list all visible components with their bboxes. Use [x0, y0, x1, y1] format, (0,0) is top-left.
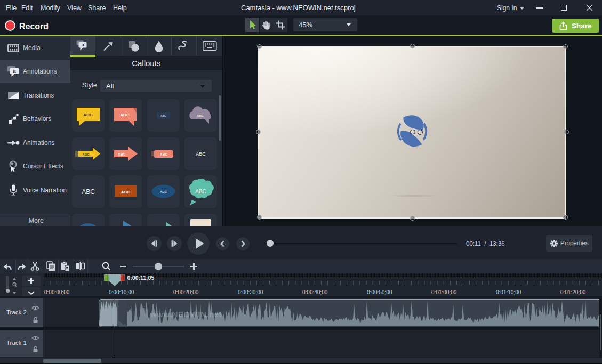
- svg-text:ABC: ABC: [82, 188, 95, 196]
- svg-text:ABC: ABC: [160, 114, 166, 117]
- svg-text:ABC: ABC: [195, 189, 206, 195]
- svg-text:ABC: ABC: [196, 151, 206, 157]
- svg-text:ABC: ABC: [159, 152, 167, 156]
- svg-text:ABC: ABC: [121, 190, 131, 195]
- svg-text:ABC: ABC: [160, 190, 167, 193]
- svg-text:ABC: ABC: [118, 152, 125, 156]
- svg-text:ABC: ABC: [82, 152, 90, 156]
- svg-text:ABC: ABC: [197, 114, 203, 117]
- svg-text:ABC: ABC: [120, 112, 130, 117]
- svg-text:a: a: [13, 68, 16, 74]
- svg-text:ABC: ABC: [83, 112, 93, 117]
